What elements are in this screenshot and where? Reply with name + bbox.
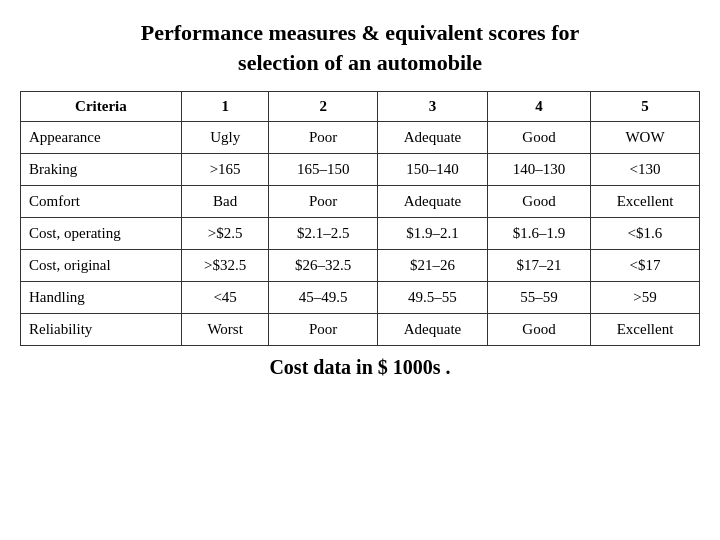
cell-r4-c1: >$32.5 bbox=[181, 250, 269, 282]
cell-r1-c2: 165–150 bbox=[269, 154, 377, 186]
table-header-row: Criteria 1 2 3 4 5 bbox=[21, 92, 700, 122]
header-criteria: Criteria bbox=[21, 92, 182, 122]
cell-r6-c0: Reliability bbox=[21, 314, 182, 346]
cell-r5-c4: 55–59 bbox=[488, 282, 591, 314]
header-3: 3 bbox=[377, 92, 487, 122]
cell-r3-c0: Cost, operating bbox=[21, 218, 182, 250]
table-row: AppearanceUglyPoorAdequateGoodWOW bbox=[21, 122, 700, 154]
cell-r6-c2: Poor bbox=[269, 314, 377, 346]
cell-r0-c0: Appearance bbox=[21, 122, 182, 154]
header-4: 4 bbox=[488, 92, 591, 122]
cell-r5-c2: 45–49.5 bbox=[269, 282, 377, 314]
table-wrapper: Criteria 1 2 3 4 5 AppearanceUglyPoorAde… bbox=[20, 91, 700, 346]
cell-r5-c1: <45 bbox=[181, 282, 269, 314]
table-row: ComfortBadPoorAdequateGoodExcellent bbox=[21, 186, 700, 218]
cell-r4-c2: $26–32.5 bbox=[269, 250, 377, 282]
cell-r2-c0: Comfort bbox=[21, 186, 182, 218]
cell-r3-c4: $1.6–1.9 bbox=[488, 218, 591, 250]
cell-r4-c5: <$17 bbox=[590, 250, 699, 282]
header-1: 1 bbox=[181, 92, 269, 122]
cell-r1-c4: 140–130 bbox=[488, 154, 591, 186]
cell-r0-c2: Poor bbox=[269, 122, 377, 154]
cell-r4-c3: $21–26 bbox=[377, 250, 487, 282]
footer-note: Cost data in $ 1000s . bbox=[269, 356, 450, 379]
cell-r3-c1: >$2.5 bbox=[181, 218, 269, 250]
cell-r6-c4: Good bbox=[488, 314, 591, 346]
cell-r2-c3: Adequate bbox=[377, 186, 487, 218]
table-row: Cost, operating>$2.5$2.1–2.5$1.9–2.1$1.6… bbox=[21, 218, 700, 250]
cell-r2-c5: Excellent bbox=[590, 186, 699, 218]
table-row: Handling<4545–49.549.5–5555–59>59 bbox=[21, 282, 700, 314]
cell-r3-c5: <$1.6 bbox=[590, 218, 699, 250]
table-row: Cost, original>$32.5$26–32.5$21–26$17–21… bbox=[21, 250, 700, 282]
cell-r5-c5: >59 bbox=[590, 282, 699, 314]
performance-table: Criteria 1 2 3 4 5 AppearanceUglyPoorAde… bbox=[20, 91, 700, 346]
cell-r1-c0: Braking bbox=[21, 154, 182, 186]
cell-r1-c5: <130 bbox=[590, 154, 699, 186]
cell-r6-c5: Excellent bbox=[590, 314, 699, 346]
cell-r0-c3: Adequate bbox=[377, 122, 487, 154]
cell-r1-c1: >165 bbox=[181, 154, 269, 186]
cell-r2-c1: Bad bbox=[181, 186, 269, 218]
table-row: ReliabilityWorstPoorAdequateGoodExcellen… bbox=[21, 314, 700, 346]
cell-r5-c0: Handling bbox=[21, 282, 182, 314]
cell-r1-c3: 150–140 bbox=[377, 154, 487, 186]
cell-r0-c1: Ugly bbox=[181, 122, 269, 154]
page-title: Performance measures & equivalent scores… bbox=[141, 18, 579, 77]
cell-r3-c2: $2.1–2.5 bbox=[269, 218, 377, 250]
cell-r0-c4: Good bbox=[488, 122, 591, 154]
cell-r4-c0: Cost, original bbox=[21, 250, 182, 282]
header-2: 2 bbox=[269, 92, 377, 122]
cell-r3-c3: $1.9–2.1 bbox=[377, 218, 487, 250]
cell-r6-c3: Adequate bbox=[377, 314, 487, 346]
cell-r5-c3: 49.5–55 bbox=[377, 282, 487, 314]
cell-r2-c2: Poor bbox=[269, 186, 377, 218]
table-row: Braking>165165–150150–140140–130<130 bbox=[21, 154, 700, 186]
cell-r2-c4: Good bbox=[488, 186, 591, 218]
cell-r0-c5: WOW bbox=[590, 122, 699, 154]
cell-r4-c4: $17–21 bbox=[488, 250, 591, 282]
cell-r6-c1: Worst bbox=[181, 314, 269, 346]
header-5: 5 bbox=[590, 92, 699, 122]
